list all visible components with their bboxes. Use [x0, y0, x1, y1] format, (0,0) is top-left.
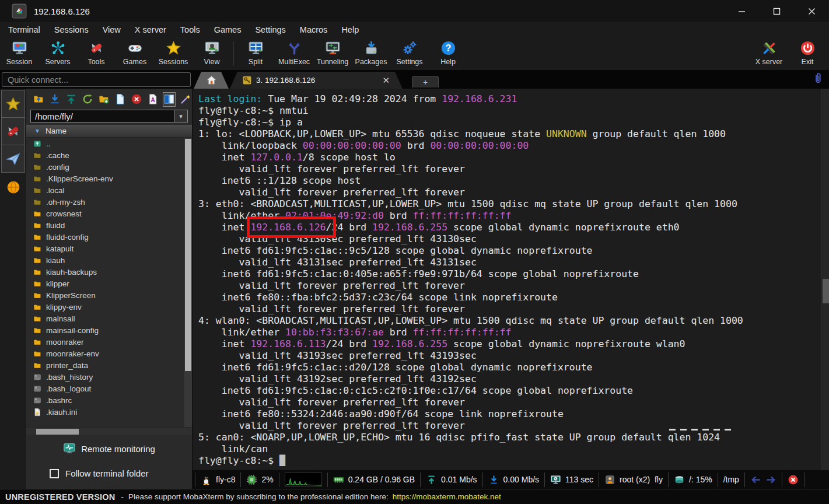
strip-star-tab[interactable] — [1, 90, 25, 118]
scrollbar-thumb[interactable] — [185, 139, 191, 371]
strip-paperplane-tab[interactable] — [1, 145, 25, 173]
terminal-output: Last login: Tue Mar 19 02:49:28 2024 fro… — [198, 93, 821, 467]
terminal-line: valid_lft forever preferred_lft forever — [198, 303, 821, 315]
download-button[interactable] — [48, 92, 61, 107]
upload-button[interactable] — [65, 92, 78, 107]
folder-hidden-icon — [33, 163, 42, 172]
wand-button[interactable] — [179, 92, 192, 107]
toolbar-multiexec-button[interactable]: MultiExec — [275, 40, 313, 66]
file-name: crowsnest — [46, 209, 82, 218]
menu-view[interactable]: View — [96, 23, 128, 36]
file-row[interactable]: mainsail — [26, 313, 184, 324]
file-row[interactable]: printer_data — [26, 359, 184, 371]
path-input[interactable] — [30, 110, 174, 123]
file-row[interactable]: .bash_history — [26, 371, 184, 383]
strip-globe-tab[interactable] — [6, 180, 21, 195]
folder-icon — [33, 303, 42, 312]
menu-tools[interactable]: Tools — [173, 23, 207, 36]
menu-sessions[interactable]: Sessions — [47, 23, 96, 36]
path-dropdown-button[interactable]: ▾ — [174, 110, 188, 123]
file-row[interactable]: .bash_logout — [26, 383, 184, 394]
toolbar-session-button[interactable]: Session — [0, 40, 39, 66]
toolbar-view-button[interactable]: View — [193, 40, 231, 66]
delete-button[interactable] — [130, 92, 143, 107]
toolbar-settings-button[interactable]: Settings — [390, 40, 429, 66]
toolbar-tools-button[interactable]: Tools — [77, 40, 116, 66]
maximize-button[interactable] — [759, 0, 794, 22]
file-row[interactable]: fluidd-config — [26, 231, 184, 243]
toolbar-label: Help — [440, 58, 456, 66]
file-row[interactable]: .oh-my-zsh — [26, 196, 184, 208]
toolbar-packages-button[interactable]: Packages — [352, 40, 390, 66]
paperclip-icon[interactable] — [813, 72, 823, 86]
file-row[interactable]: KlipperScreen — [26, 289, 184, 301]
toolbar-servers-button[interactable]: Servers — [39, 40, 77, 66]
refresh-button[interactable] — [81, 92, 94, 107]
new-folder-button[interactable] — [97, 92, 110, 107]
menu-macros[interactable]: Macros — [293, 23, 335, 36]
file-name: moonraker-env — [46, 349, 99, 358]
toolbar-games-button[interactable]: Games — [116, 40, 154, 66]
terminal[interactable]: Last login: Tue Mar 19 02:49:28 2024 fro… — [193, 89, 829, 470]
scrollbar-thumb[interactable] — [823, 279, 829, 303]
toolbar-sessions-button[interactable]: Sessions — [154, 40, 193, 66]
folder-icon — [33, 314, 42, 323]
terminal-scrollbar[interactable] — [821, 89, 829, 470]
file-row[interactable]: .kiauh.ini — [26, 406, 184, 418]
file-row[interactable]: kiauh-backups — [26, 266, 184, 278]
strip-knife-tab[interactable] — [1, 117, 25, 145]
tab-bar: 3. 192.168.6.126 ✕ + — [0, 70, 829, 89]
close-button[interactable] — [794, 0, 829, 22]
footer-link[interactable]: https://mobaxterm.mobatek.net — [393, 492, 501, 501]
file-row[interactable]: katapult — [26, 243, 184, 254]
column-header-name: Name — [46, 127, 67, 135]
file-row[interactable]: .bashrc — [26, 394, 184, 406]
file-list-vertical-scrollbar[interactable] — [184, 138, 192, 427]
file-row[interactable]: fluidd — [26, 219, 184, 231]
follow-terminal-folder-row[interactable]: Follow terminal folder — [26, 468, 192, 478]
tab-active-session[interactable]: 3. 192.168.6.126 ✕ — [230, 72, 403, 89]
toolbar-tunneling-button[interactable]: Tunneling — [313, 40, 352, 66]
folder-icon — [33, 221, 42, 230]
split-view-button[interactable] — [163, 92, 176, 107]
rename-button[interactable]: A — [146, 92, 159, 107]
terminal-line: inet6 fd61:9fc5:c1ac:0:405e:a65f:f9e9:97… — [198, 268, 821, 280]
file-row[interactable]: moonraker — [26, 336, 184, 348]
toolbar-split-button[interactable]: Split — [236, 40, 275, 66]
minimize-button[interactable] — [724, 0, 759, 22]
file-list: ...cache.config.KlipperScreen-env.local.… — [26, 138, 184, 435]
file-row[interactable]: moonraker-env — [26, 348, 184, 359]
menu-games[interactable]: Games — [207, 23, 249, 36]
file-row[interactable]: klippy-env — [26, 301, 184, 313]
menu-terminal[interactable]: Terminal — [1, 23, 47, 36]
file-row[interactable]: .. — [26, 138, 184, 149]
toolbar-x-server-button[interactable]: X server — [750, 40, 788, 66]
quick-connect-input[interactable] — [2, 72, 191, 87]
file-row[interactable]: .KlipperScreen-env — [26, 173, 184, 184]
parent-folder-button[interactable] — [32, 92, 45, 107]
remote-monitoring-button[interactable]: Remote monitoring — [26, 442, 192, 455]
file-row[interactable]: kiauh — [26, 254, 184, 266]
file-list-header[interactable]: ▼ Name — [26, 125, 192, 138]
tab-home[interactable] — [194, 72, 229, 89]
file-list-horizontal-scrollbar[interactable] — [26, 427, 192, 435]
new-tab-button[interactable]: + — [412, 76, 439, 88]
file-row[interactable]: .config — [26, 161, 184, 173]
toolbar-exit-button[interactable]: Exit — [788, 40, 827, 66]
scrollbar-thumb[interactable] — [36, 429, 79, 435]
status-close-circle[interactable] — [782, 473, 804, 487]
file-row[interactable]: crowsnest — [26, 208, 184, 219]
file-row[interactable]: .cache — [26, 149, 184, 161]
file-row[interactable]: mainsail-config — [26, 324, 184, 336]
toolbar-help-button[interactable]: ?Help — [429, 40, 467, 66]
menu-x-server[interactable]: X server — [128, 23, 173, 36]
menu-settings[interactable]: Settings — [248, 23, 292, 36]
status-nav-left[interactable] — [745, 473, 782, 487]
menu-help[interactable]: Help — [334, 23, 366, 36]
tab-close-icon[interactable]: ✕ — [382, 76, 390, 85]
follow-terminal-folder-checkbox[interactable] — [50, 469, 59, 478]
file-row[interactable]: .local — [26, 184, 184, 196]
status-text: /tmp — [723, 475, 739, 484]
file-row[interactable]: klipper — [26, 278, 184, 289]
new-file-button[interactable] — [114, 92, 127, 107]
